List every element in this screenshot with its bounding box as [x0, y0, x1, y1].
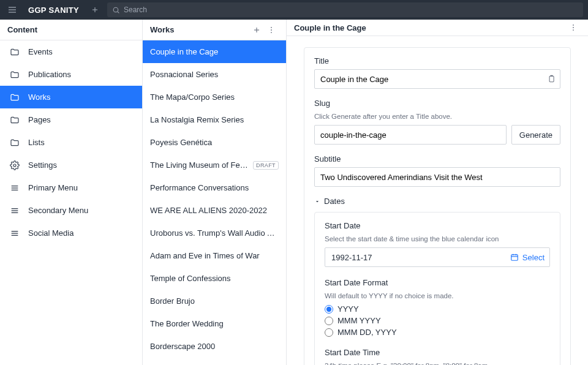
sidebar-item-label: Lists	[28, 138, 45, 147]
work-item[interactable]: Borderscape 2000	[143, 335, 286, 358]
start-date-input[interactable]: 1992-11-17 Select	[325, 247, 550, 267]
work-item-label: Couple in the Cage	[150, 47, 279, 56]
svg-point-20	[271, 29, 272, 31]
work-item-label: La Nostalgia Remix Series	[150, 115, 279, 124]
radio-label: MMM YYYY	[337, 316, 381, 325]
radio-label: YYYY	[337, 304, 359, 314]
folder-icon	[10, 138, 20, 148]
editor-menu-button[interactable]	[566, 20, 581, 35]
search-icon	[112, 6, 120, 14]
start-date-time-help: 24h time please E.g. "20:00" for 8pm. "8…	[325, 361, 550, 365]
radio-input[interactable]	[325, 305, 333, 314]
svg-rect-25	[549, 76, 554, 81]
work-item[interactable]: Temple of Confessions	[143, 267, 286, 290]
work-item[interactable]: The Living Museum of Fetish/ized I...DRA…	[143, 154, 286, 176]
start-date-help: Select the start date & time using the b…	[325, 234, 550, 244]
work-item[interactable]: Posnacional Series	[143, 63, 286, 86]
work-item[interactable]: Uroborus vs. Trump's Wall Audio Antholo.…	[143, 222, 286, 244]
sidebar-item-label: Social Media	[28, 228, 74, 238]
sidebar-item-works[interactable]: Works	[0, 86, 142, 108]
sidebar-item-label: Pages	[28, 115, 51, 124]
sidebar-item-label: Primary Menu	[28, 183, 78, 192]
work-item[interactable]: Couple in the Cage	[143, 40, 286, 63]
start-date-time-label: Start Date Time	[325, 348, 550, 357]
svg-point-5	[113, 7, 118, 12]
draft-badge: DRAFT	[253, 161, 279, 170]
start-date-format-option[interactable]: MMM YYYY	[325, 316, 550, 325]
work-item-label: Poyesis Genética	[150, 138, 279, 147]
search-input[interactable]	[124, 6, 578, 14]
lines-icon	[10, 228, 20, 238]
work-item[interactable]: Adam and Eve in Times of War	[143, 244, 286, 267]
generate-slug-button[interactable]: Generate	[511, 125, 560, 145]
editor-header-title: Couple in the Cage	[294, 23, 366, 32]
work-item[interactable]: Poyesis Genética	[143, 131, 286, 154]
caret-down-icon	[314, 198, 320, 205]
sidebar-item-social-media[interactable]: Social Media	[0, 222, 142, 244]
gear-icon	[10, 160, 20, 170]
work-item[interactable]: Border Brujo	[143, 290, 286, 312]
sidebar-item-primary-menu[interactable]: Primary Menu	[0, 176, 142, 199]
global-search[interactable]	[107, 2, 583, 17]
lines-icon	[10, 183, 20, 193]
clipboard-icon[interactable]	[547, 75, 556, 83]
work-item-label: Posnacional Series	[150, 70, 279, 79]
start-date-select-button[interactable]: Select	[510, 253, 545, 262]
slug-input[interactable]	[314, 125, 507, 145]
sidebar-item-events[interactable]: Events	[0, 40, 142, 63]
sidebar-item-secondary-menu[interactable]: Secondary Menu	[0, 199, 142, 222]
svg-point-23	[573, 27, 574, 28]
slug-label: Slug	[314, 99, 560, 108]
work-item-label: The Mapa/Corpo Series	[150, 92, 279, 102]
slug-help: Click Generate after you enter a Title a…	[314, 111, 560, 121]
folder-icon	[10, 70, 20, 80]
work-item-label: Borderscape 2000	[150, 342, 279, 351]
work-item[interactable]: The Mapa/Corpo Series	[143, 86, 286, 108]
works-menu-button[interactable]	[264, 23, 279, 37]
new-document-button[interactable]	[88, 2, 102, 17]
sidebar-item-label: Secondary Menu	[28, 206, 88, 215]
folder-icon	[10, 115, 20, 125]
sidebar-item-label: Settings	[28, 160, 57, 170]
svg-point-24	[573, 29, 574, 31]
title-input[interactable]	[314, 69, 560, 89]
sidebar-item-settings[interactable]: Settings	[0, 154, 142, 176]
subtitle-label: Subtitle	[314, 154, 560, 164]
work-item-label: Adam and Eve in Times of War	[150, 251, 279, 260]
svg-line-6	[118, 12, 119, 13]
svg-point-22	[573, 24, 574, 26]
radio-input[interactable]	[325, 317, 333, 325]
svg-point-19	[271, 26, 272, 28]
sidebar-item-label: Events	[28, 47, 53, 56]
work-item[interactable]: The Border Wedding	[143, 312, 286, 335]
work-item[interactable]: Performance Conversations	[143, 176, 286, 199]
work-item-label: Temple of Confessions	[150, 274, 279, 283]
work-item-label: The Border Wedding	[150, 319, 279, 328]
sidebar-item-lists[interactable]: Lists	[0, 131, 142, 154]
lines-icon	[10, 206, 20, 216]
svg-rect-26	[511, 255, 518, 260]
start-date-format-option[interactable]: MMM DD, YYYY	[325, 328, 550, 337]
add-work-button[interactable]	[249, 23, 264, 37]
dates-accordion-toggle[interactable]: Dates	[314, 197, 560, 206]
sidebar-item-label: Publications	[28, 70, 71, 79]
sidebar-title: Content	[7, 25, 37, 34]
start-date-format-option[interactable]: YYYY	[325, 304, 550, 314]
start-date-value: 1992-11-17	[330, 253, 510, 262]
radio-input[interactable]	[325, 328, 333, 337]
svg-point-7	[13, 164, 16, 167]
sidebar-item-publications[interactable]: Publications	[0, 63, 142, 86]
svg-point-21	[271, 32, 272, 33]
folder-icon	[10, 92, 20, 102]
sidebar-item-label: Works	[28, 92, 51, 102]
work-item-label: WE ARE ALL ALIENS 2020-2022	[150, 206, 279, 215]
calendar-icon	[510, 253, 519, 262]
work-item[interactable]: WE ARE ALL ALIENS 2020-2022	[143, 199, 286, 222]
sidebar-item-pages[interactable]: Pages	[0, 108, 142, 131]
app-brand: GGP SANITY	[24, 6, 83, 15]
hamburger-menu-icon[interactable]	[5, 2, 20, 17]
subtitle-input[interactable]	[314, 167, 560, 187]
works-title: Works	[150, 25, 175, 34]
radio-label: MMM DD, YYYY	[337, 328, 397, 337]
work-item[interactable]: La Nostalgia Remix Series	[143, 108, 286, 131]
